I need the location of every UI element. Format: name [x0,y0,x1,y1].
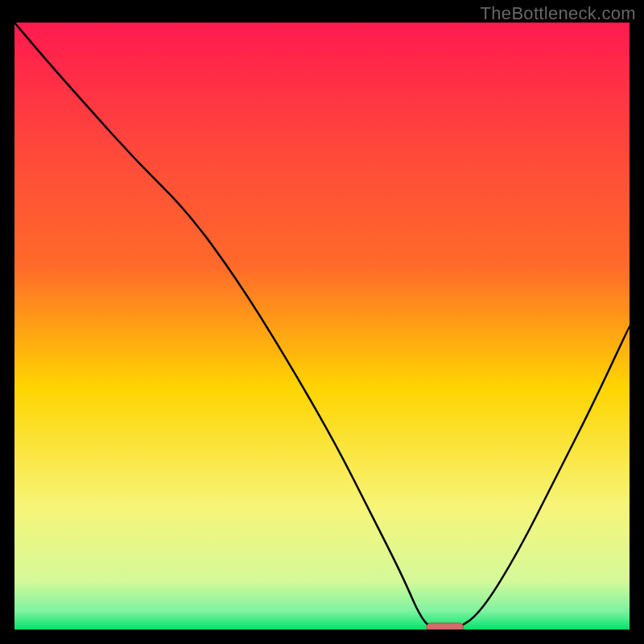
optimal-marker [427,623,464,630]
plot-area [14,23,630,630]
gradient-background [14,23,630,630]
chart-svg [14,23,630,630]
watermark-text: TheBottleneck.com [481,3,636,24]
chart-frame: TheBottleneck.com [0,0,644,644]
